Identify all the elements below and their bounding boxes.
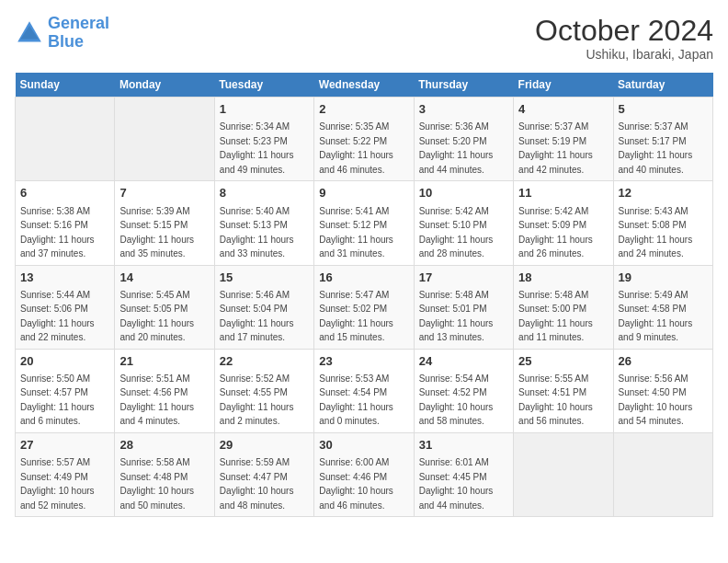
day-number: 8: [220, 185, 309, 201]
day-detail: Sunrise: 5:34 AMSunset: 5:23 PMDaylight:…: [220, 121, 294, 175]
day-number: 22: [220, 353, 309, 370]
calendar-cell: 26Sunrise: 5:56 AMSunset: 4:50 PMDayligh…: [613, 349, 712, 432]
title-block: October 2024 Ushiku, Ibaraki, Japan: [535, 15, 713, 62]
day-number: 21: [119, 353, 209, 370]
day-number: 1: [220, 101, 309, 118]
logo-text: General Blue: [48, 15, 109, 52]
day-number: 30: [319, 437, 408, 454]
day-detail: Sunrise: 5:53 AMSunset: 4:54 PMDaylight:…: [319, 373, 393, 427]
calendar-cell: 30Sunrise: 6:00 AMSunset: 4:46 PMDayligh…: [314, 432, 414, 516]
calendar-cell: 23Sunrise: 5:53 AMSunset: 4:54 PMDayligh…: [314, 349, 414, 432]
day-number: 4: [518, 101, 608, 118]
calendar-cell: 29Sunrise: 5:59 AMSunset: 4:47 PMDayligh…: [214, 432, 313, 516]
page-subtitle: Ushiku, Ibaraki, Japan: [535, 47, 713, 62]
calendar-cell: 22Sunrise: 5:52 AMSunset: 4:55 PMDayligh…: [214, 349, 313, 432]
calendar-cell: 24Sunrise: 5:54 AMSunset: 4:52 PMDayligh…: [414, 349, 513, 432]
day-detail: Sunrise: 5:39 AMSunset: 5:15 PMDaylight:…: [119, 206, 194, 259]
weekday-header: Thursday: [414, 73, 513, 98]
day-detail: Sunrise: 5:37 AMSunset: 5:17 PMDaylight:…: [619, 121, 693, 175]
day-number: 27: [20, 437, 109, 454]
day-detail: Sunrise: 5:42 AMSunset: 5:10 PMDaylight:…: [419, 206, 494, 259]
day-detail: Sunrise: 5:54 AMSunset: 4:52 PMDaylight:…: [419, 373, 494, 427]
day-detail: Sunrise: 5:48 AMSunset: 5:01 PMDaylight:…: [419, 290, 494, 343]
weekday-header: Tuesday: [214, 73, 313, 98]
calendar-table: SundayMondayTuesdayWednesdayThursdayFrid…: [15, 73, 713, 517]
calendar-cell: 17Sunrise: 5:48 AMSunset: 5:01 PMDayligh…: [414, 265, 513, 349]
calendar-cell: 6Sunrise: 5:38 AMSunset: 5:16 PMDaylight…: [16, 181, 115, 265]
day-detail: Sunrise: 5:50 AMSunset: 4:57 PMDaylight:…: [20, 373, 95, 427]
day-detail: Sunrise: 5:41 AMSunset: 5:12 PMDaylight:…: [319, 206, 393, 259]
calendar-cell: 27Sunrise: 5:57 AMSunset: 4:49 PMDayligh…: [16, 432, 115, 516]
calendar-cell: 16Sunrise: 5:47 AMSunset: 5:02 PMDayligh…: [314, 265, 414, 349]
day-number: 31: [419, 437, 508, 454]
day-number: 19: [619, 270, 708, 286]
day-number: 25: [518, 353, 608, 370]
day-detail: Sunrise: 5:43 AMSunset: 5:08 PMDaylight:…: [619, 206, 693, 259]
day-number: 15: [220, 270, 309, 286]
day-detail: Sunrise: 5:35 AMSunset: 5:22 PMDaylight:…: [319, 121, 393, 175]
day-detail: Sunrise: 5:51 AMSunset: 4:56 PMDaylight:…: [119, 373, 194, 427]
day-detail: Sunrise: 5:48 AMSunset: 5:00 PMDaylight:…: [518, 290, 593, 343]
day-number: 16: [319, 270, 408, 286]
page-title: October 2024: [535, 15, 713, 47]
calendar-header: SundayMondayTuesdayWednesdayThursdayFrid…: [16, 73, 713, 98]
weekday-header: Saturday: [613, 73, 712, 98]
calendar-cell: [613, 432, 712, 516]
calendar-week-row: 20Sunrise: 5:50 AMSunset: 4:57 PMDayligh…: [16, 349, 713, 432]
day-number: 7: [119, 185, 209, 201]
day-number: 28: [119, 437, 209, 454]
day-detail: Sunrise: 5:52 AMSunset: 4:55 PMDaylight:…: [220, 373, 294, 427]
calendar-cell: 5Sunrise: 5:37 AMSunset: 5:17 PMDaylight…: [613, 98, 712, 181]
calendar-cell: 2Sunrise: 5:35 AMSunset: 5:22 PMDaylight…: [314, 98, 414, 181]
day-number: 5: [619, 101, 708, 118]
day-number: 2: [319, 101, 408, 118]
day-detail: Sunrise: 5:58 AMSunset: 4:48 PMDaylight:…: [119, 457, 194, 511]
day-number: 3: [419, 101, 508, 118]
calendar-cell: 9Sunrise: 5:41 AMSunset: 5:12 PMDaylight…: [314, 181, 414, 265]
day-detail: Sunrise: 5:37 AMSunset: 5:19 PMDaylight:…: [518, 121, 593, 175]
day-number: 24: [419, 353, 508, 370]
weekday-header: Sunday: [16, 73, 115, 98]
calendar-week-row: 13Sunrise: 5:44 AMSunset: 5:06 PMDayligh…: [16, 265, 713, 349]
day-detail: Sunrise: 5:36 AMSunset: 5:20 PMDaylight:…: [419, 121, 494, 175]
calendar-cell: 4Sunrise: 5:37 AMSunset: 5:19 PMDaylight…: [514, 98, 613, 181]
calendar-cell: 1Sunrise: 5:34 AMSunset: 5:23 PMDaylight…: [214, 98, 313, 181]
calendar-week-row: 6Sunrise: 5:38 AMSunset: 5:16 PMDaylight…: [16, 181, 713, 265]
day-number: 29: [220, 437, 309, 454]
day-detail: Sunrise: 5:47 AMSunset: 5:02 PMDaylight:…: [319, 290, 393, 343]
calendar-cell: [514, 432, 613, 516]
calendar-cell: [16, 98, 115, 181]
calendar-cell: 11Sunrise: 5:42 AMSunset: 5:09 PMDayligh…: [514, 181, 613, 265]
day-detail: Sunrise: 5:38 AMSunset: 5:16 PMDaylight:…: [20, 206, 95, 259]
day-number: 13: [20, 270, 109, 286]
calendar-week-row: 27Sunrise: 5:57 AMSunset: 4:49 PMDayligh…: [16, 432, 713, 516]
weekday-header: Wednesday: [314, 73, 414, 98]
weekday-header: Monday: [115, 73, 214, 98]
calendar-cell: 7Sunrise: 5:39 AMSunset: 5:15 PMDaylight…: [115, 181, 214, 265]
calendar-cell: 20Sunrise: 5:50 AMSunset: 4:57 PMDayligh…: [16, 349, 115, 432]
page-header: General Blue October 2024 Ushiku, Ibarak…: [15, 15, 713, 62]
day-detail: Sunrise: 5:59 AMSunset: 4:47 PMDaylight:…: [220, 457, 294, 511]
day-detail: Sunrise: 6:01 AMSunset: 4:45 PMDaylight:…: [419, 457, 494, 511]
day-number: 18: [518, 270, 608, 286]
day-number: 10: [419, 185, 508, 201]
day-detail: Sunrise: 5:40 AMSunset: 5:13 PMDaylight:…: [220, 206, 294, 259]
day-detail: Sunrise: 5:56 AMSunset: 4:50 PMDaylight:…: [619, 373, 693, 427]
calendar-cell: 21Sunrise: 5:51 AMSunset: 4:56 PMDayligh…: [115, 349, 214, 432]
day-number: 23: [319, 353, 408, 370]
logo: General Blue: [15, 15, 109, 52]
logo-icon: [15, 18, 44, 48]
calendar-cell: 10Sunrise: 5:42 AMSunset: 5:10 PMDayligh…: [414, 181, 513, 265]
calendar-cell: 25Sunrise: 5:55 AMSunset: 4:51 PMDayligh…: [514, 349, 613, 432]
calendar-cell: 13Sunrise: 5:44 AMSunset: 5:06 PMDayligh…: [16, 265, 115, 349]
day-number: 9: [319, 185, 408, 201]
day-detail: Sunrise: 5:57 AMSunset: 4:49 PMDaylight:…: [20, 457, 95, 511]
day-detail: Sunrise: 5:44 AMSunset: 5:06 PMDaylight:…: [20, 290, 95, 343]
day-detail: Sunrise: 5:55 AMSunset: 4:51 PMDaylight:…: [518, 373, 593, 427]
calendar-cell: 18Sunrise: 5:48 AMSunset: 5:00 PMDayligh…: [514, 265, 613, 349]
day-number: 26: [619, 353, 708, 370]
calendar-cell: 19Sunrise: 5:49 AMSunset: 4:58 PMDayligh…: [613, 265, 712, 349]
calendar-cell: 3Sunrise: 5:36 AMSunset: 5:20 PMDaylight…: [414, 98, 513, 181]
day-detail: Sunrise: 5:45 AMSunset: 5:05 PMDaylight:…: [119, 290, 194, 343]
day-number: 14: [119, 270, 209, 286]
